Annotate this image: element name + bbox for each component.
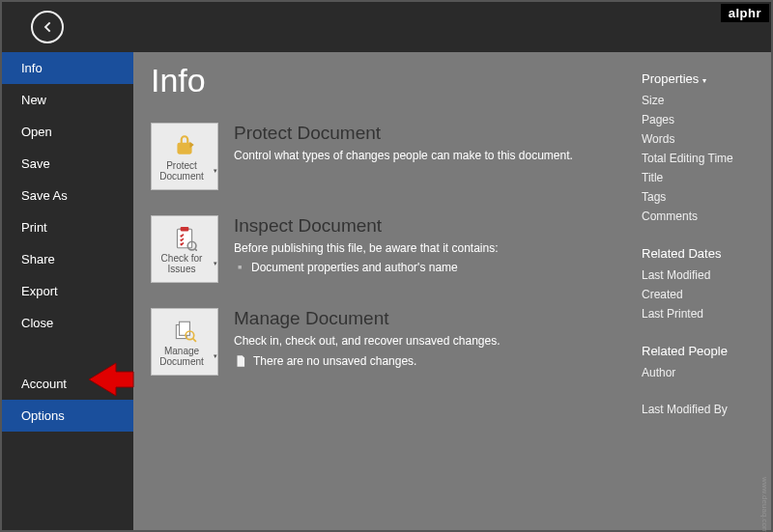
inspect-item: Document properties and author's name	[234, 261, 499, 274]
top-bar	[2, 2, 771, 52]
sidebar-item-new[interactable]: New	[2, 84, 133, 116]
sidebar-item-close[interactable]: Close	[2, 307, 133, 339]
back-button[interactable]	[31, 11, 64, 43]
sidebar-item-options[interactable]: Options	[2, 400, 133, 432]
content-area: Info New Open Save Save As Print Share E…	[2, 52, 771, 530]
manage-document-button[interactable]: Manage Document▾	[151, 308, 218, 376]
prop-size: Size	[642, 94, 758, 107]
sidebar-item-share[interactable]: Share	[2, 243, 133, 275]
sidebar-item-export[interactable]: Export	[2, 275, 133, 307]
prop-pages: Pages	[642, 113, 758, 126]
sidebar: Info New Open Save Save As Print Share E…	[2, 52, 133, 530]
protect-title: Protect Document	[234, 123, 573, 144]
manage-title: Manage Document	[234, 308, 501, 329]
arrow-left-icon	[40, 19, 55, 35]
protect-desc: Control what types of changes people can…	[234, 148, 573, 164]
properties-panel: Properties ▾ Size Pages Words Total Edit…	[642, 71, 758, 422]
prop-words: Words	[642, 132, 758, 146]
document-icon	[234, 354, 247, 368]
manage-desc: Check in, check out, and recover unsaved…	[234, 333, 501, 350]
sidebar-item-print[interactable]: Print	[2, 211, 133, 243]
prop-edittime: Total Editing Time	[642, 152, 758, 165]
svg-rect-1	[181, 227, 189, 231]
svg-rect-5	[180, 322, 190, 335]
related-people-heading: Related People	[642, 344, 758, 358]
prop-tags: Tags	[642, 190, 758, 204]
prop-lastmod: Last Modified	[642, 268, 758, 282]
prop-created: Created	[642, 288, 758, 301]
protect-document-button[interactable]: Protect Document▾	[151, 123, 218, 190]
inspect-desc: Before publishing this file, be aware th…	[234, 240, 499, 257]
sidebar-item-saveas[interactable]: Save As	[2, 180, 133, 211]
prop-comments: Comments	[642, 210, 758, 223]
watermark: www.deuaq.com	[760, 477, 769, 532]
related-dates-heading: Related Dates	[642, 246, 758, 261]
svg-rect-0	[177, 229, 191, 248]
prop-title: Title	[642, 171, 758, 184]
prop-author: Author	[642, 366, 758, 379]
checklist-icon	[172, 224, 197, 253]
manage-status: There are no unsaved changes.	[253, 353, 416, 370]
sidebar-item-open[interactable]: Open	[2, 116, 133, 148]
sidebar-item-account[interactable]: Account	[2, 368, 133, 400]
prop-lastprinted: Last Printed	[642, 307, 758, 321]
check-issues-button[interactable]: Check for Issues▾	[151, 215, 218, 283]
sidebar-item-info[interactable]: Info	[2, 52, 133, 84]
main-panel: Info Protect Document▾ Protect Document …	[133, 52, 771, 530]
brand-badge: alphr	[721, 4, 769, 22]
documents-icon	[172, 317, 197, 346]
prop-lastmodby: Last Modified By	[642, 403, 758, 416]
svg-line-3	[195, 249, 197, 251]
lock-icon	[172, 131, 197, 160]
properties-heading[interactable]: Properties ▾	[642, 71, 758, 86]
inspect-title: Inspect Document	[234, 215, 499, 237]
svg-line-7	[193, 339, 196, 342]
sidebar-item-save[interactable]: Save	[2, 148, 133, 180]
